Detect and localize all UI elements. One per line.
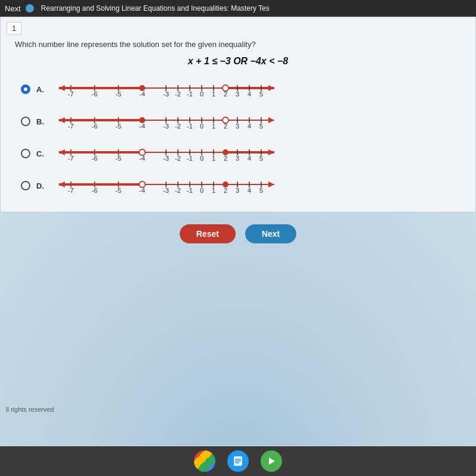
question-text: Which number line represents the solutio… — [15, 40, 461, 49]
label-a: A. — [36, 85, 48, 94]
svg-text:-1: -1 — [187, 90, 193, 98]
svg-text:5: 5 — [259, 187, 263, 194]
page-title: Rearranging and Solving Linear Equations… — [41, 4, 270, 12]
svg-text:-4: -4 — [139, 90, 145, 98]
chrome-icon[interactable] — [194, 450, 215, 472]
radio-b[interactable] — [21, 117, 30, 126]
svg-point-91 — [223, 149, 228, 155]
svg-text:-3: -3 — [163, 155, 169, 162]
answer-row-a[interactable]: A. -7 -6 -5 — [21, 77, 455, 101]
label-d: D. — [36, 181, 48, 190]
play-icon[interactable] — [261, 450, 282, 472]
svg-text:3: 3 — [236, 123, 239, 130]
copyright-text: ll rights reserved — [6, 406, 54, 413]
equation-display: x + 1 ≤ −3 OR −4x < −8 — [15, 56, 461, 67]
svg-rect-133 — [235, 462, 239, 464]
svg-text:0: 0 — [200, 155, 203, 162]
page-number: 1 — [7, 22, 21, 35]
svg-text:-3: -3 — [163, 90, 169, 98]
svg-text:-3: -3 — [163, 123, 169, 130]
answer-choices: A. -7 -6 -5 — [15, 77, 461, 198]
top-bar: Next Rearranging and Solving Linear Equa… — [0, 0, 476, 17]
svg-text:3: 3 — [236, 90, 239, 98]
svg-text:3: 3 — [236, 187, 239, 194]
radio-a[interactable] — [21, 84, 30, 94]
number-line-b: -7 -6 -5 -4 -3 -2 -1 — [54, 109, 455, 133]
bottom-area: Reset Next ll rights reserved — [0, 212, 476, 446]
svg-text:-1: -1 — [187, 155, 193, 162]
svg-text:-5: -5 — [115, 155, 121, 162]
svg-text:-1: -1 — [187, 187, 193, 194]
svg-text:4: 4 — [248, 90, 251, 98]
next-link[interactable]: Next — [5, 4, 21, 13]
status-indicator — [26, 4, 34, 12]
answer-row-d[interactable]: D. -7 -6 -5 -4 — [21, 174, 455, 198]
svg-text:2: 2 — [224, 155, 227, 162]
svg-marker-100 — [268, 181, 274, 187]
svg-text:1: 1 — [212, 123, 215, 130]
label-c: C. — [36, 149, 48, 158]
answer-row-b[interactable]: B. -7 -6 -5 -4 — [21, 109, 455, 133]
svg-text:-2: -2 — [175, 90, 181, 98]
radio-c[interactable] — [21, 149, 30, 158]
files-icon[interactable] — [227, 450, 249, 472]
svg-text:0: 0 — [200, 187, 203, 194]
svg-text:2: 2 — [224, 187, 227, 194]
svg-marker-134 — [269, 458, 275, 465]
svg-point-12 — [139, 85, 145, 91]
svg-text:-7: -7 — [68, 187, 74, 194]
svg-point-58 — [223, 117, 228, 123]
number-line-c: -7 -6 -5 -4 -3 -2 -1 — [54, 142, 455, 165]
label-b: B. — [36, 117, 48, 126]
svg-point-45 — [139, 117, 145, 123]
svg-text:0: 0 — [200, 123, 203, 130]
svg-text:3: 3 — [236, 155, 239, 162]
svg-text:4: 4 — [248, 155, 251, 162]
svg-text:1: 1 — [212, 90, 215, 98]
svg-point-26 — [223, 85, 228, 91]
svg-text:-7: -7 — [68, 123, 74, 130]
svg-text:0: 0 — [200, 90, 203, 98]
svg-text:-6: -6 — [92, 90, 98, 98]
svg-text:-5: -5 — [115, 90, 121, 98]
svg-marker-35 — [268, 117, 274, 123]
svg-text:5: 5 — [259, 90, 263, 98]
svg-text:5: 5 — [259, 155, 263, 162]
svg-text:5: 5 — [259, 123, 263, 130]
answer-row-c[interactable]: C. -7 -6 -5 -4 — [21, 142, 455, 165]
svg-text:-5: -5 — [115, 187, 121, 194]
svg-text:-7: -7 — [68, 155, 74, 162]
svg-text:-2: -2 — [175, 187, 181, 194]
svg-text:-2: -2 — [175, 155, 181, 162]
svg-text:-1: -1 — [187, 123, 193, 130]
svg-point-110 — [139, 181, 145, 187]
svg-point-123 — [223, 181, 228, 187]
svg-text:1: 1 — [212, 155, 215, 162]
svg-text:4: 4 — [248, 123, 251, 130]
number-line-d: -7 -6 -5 -4 -3 -2 -1 — [54, 174, 455, 198]
radio-d[interactable] — [21, 181, 30, 190]
svg-text:-6: -6 — [92, 123, 98, 130]
taskbar — [0, 446, 476, 476]
svg-rect-132 — [235, 461, 241, 462]
svg-text:4: 4 — [248, 187, 251, 194]
reset-button[interactable]: Reset — [180, 224, 236, 243]
next-button[interactable]: Next — [245, 224, 296, 243]
svg-text:-7: -7 — [68, 90, 74, 98]
svg-text:-5: -5 — [115, 123, 121, 130]
number-line-a: -7 -6 -5 -4 -3 — [54, 77, 455, 101]
svg-text:-6: -6 — [92, 155, 98, 162]
svg-text:-3: -3 — [163, 187, 169, 194]
svg-text:1: 1 — [212, 187, 215, 194]
svg-text:-6: -6 — [92, 187, 98, 194]
svg-text:-4: -4 — [139, 123, 145, 130]
question-card: 1 Which number line represents the solut… — [0, 17, 476, 212]
svg-point-77 — [139, 149, 145, 155]
buttons-row: Reset Next — [0, 212, 476, 255]
svg-rect-131 — [235, 459, 241, 460]
svg-text:-2: -2 — [175, 123, 181, 130]
